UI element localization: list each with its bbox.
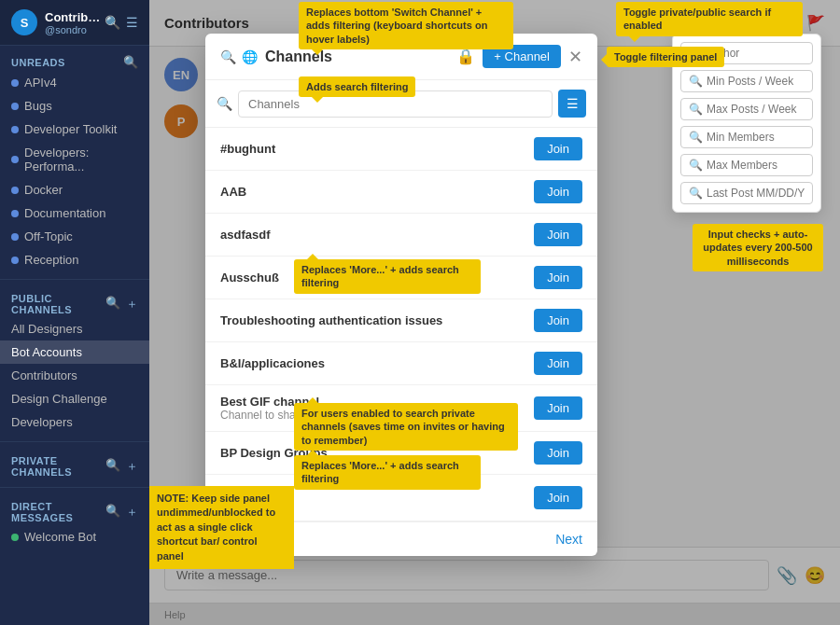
unreads-label: UNREADS: [11, 57, 65, 68]
dot-apiv4: [11, 79, 19, 87]
join-button-bughunt[interactable]: Join: [534, 137, 582, 160]
sidebar-item-documentation[interactable]: Documentation: [0, 201, 149, 225]
dot-dev-toolkit: [11, 126, 19, 133]
channel-name-asdfasdf: asdfasdf: [220, 228, 534, 242]
private-channels-add-icon[interactable]: ＋: [126, 458, 138, 475]
sidebar-item-design-challenge[interactable]: Design Challenge: [0, 387, 149, 410]
divider-2: [0, 441, 149, 442]
next-button[interactable]: Next: [555, 532, 582, 547]
annotation-private-note: For users enabled to search private chan…: [294, 403, 518, 451]
filter-max-posts-wrap: 🔍: [680, 98, 813, 120]
sidebar-item-bot-accounts[interactable]: Bot Accounts: [0, 340, 149, 364]
public-channels-add-icon[interactable]: ＋: [126, 296, 138, 312]
filter-min-posts-icon: 🔍: [689, 75, 703, 88]
private-channels-search-icon[interactable]: 🔍: [105, 458, 120, 475]
join-button-bughunter[interactable]: Join: [534, 486, 582, 509]
dot-reception: [11, 257, 19, 264]
dm-search-icon[interactable]: 🔍: [105, 504, 120, 521]
filter-last-post-icon: 🔍: [689, 187, 703, 200]
divider-1: [0, 279, 149, 280]
search-icon[interactable]: 🔍: [105, 15, 120, 30]
filter-max-members-input[interactable]: [707, 159, 805, 172]
dm-add-icon[interactable]: ＋: [126, 504, 138, 521]
annotation-top-right: Toggle private/public search if enabled: [616, 2, 803, 36]
join-button-bai[interactable]: Join: [534, 352, 582, 375]
modal-filter-button[interactable]: ☰: [558, 90, 586, 118]
direct-messages-header: DIRECT MESSAGES 🔍 ＋: [0, 495, 149, 525]
sidebar-item-bugs[interactable]: Bugs: [0, 94, 149, 118]
modal-search-icon: 🔍: [220, 49, 236, 64]
public-channels-header: PUBLIC CHANNELS 🔍 ＋: [0, 287, 149, 317]
annotation-replaces-more2: Replaces 'More...' + adds search filteri…: [294, 455, 481, 490]
channel-name-bughunt: #bughunt: [220, 142, 534, 156]
dot-off-topic: [11, 233, 19, 241]
annotation-top-left: Replaces bottom 'Switch Channel' + adds …: [299, 2, 513, 49]
modal-close-icon[interactable]: ✕: [568, 47, 582, 67]
private-channels-header: PRIVATE CHANNELS 🔍 ＋: [0, 450, 149, 479]
sidebar-item-off-topic[interactable]: Off-Topic: [0, 225, 149, 248]
public-channels-search-icon[interactable]: 🔍: [105, 296, 120, 312]
note-box: NOTE: Keep side panel undimmed/unblocked…: [149, 486, 294, 569]
filter-min-posts-input[interactable]: [707, 75, 805, 88]
modal-lock-icon[interactable]: 🔒: [456, 48, 475, 65]
join-button-asdfasdf[interactable]: Join: [534, 223, 582, 246]
filter-max-members-wrap: 🔍: [680, 154, 813, 176]
sidebar-item-dev-toolkit[interactable]: Developer Toolkit: [0, 118, 149, 141]
join-button-aab[interactable]: Join: [534, 180, 582, 203]
sidebar-header: S Contributors @sondro 🔍 ☰: [0, 0, 149, 46]
filter-max-members-icon: 🔍: [689, 159, 703, 172]
direct-messages-section: DIRECT MESSAGES 🔍 ＋ Welcome Bot: [0, 492, 149, 552]
dot-docker: [11, 187, 19, 194]
sidebar: S Contributors @sondro 🔍 ☰ UNREADS 🔍 API…: [0, 0, 149, 625]
team-info: Contributors @sondro: [45, 10, 105, 35]
sidebar-item-contributors[interactable]: Contributors: [0, 364, 149, 387]
direct-messages-label: DIRECT MESSAGES: [11, 501, 105, 523]
join-button-ausschuss[interactable]: Join: [534, 266, 582, 289]
channel-name-troubleshooting: Troubleshooting authentication issues: [220, 313, 534, 327]
private-channels-section: PRIVATE CHANNELS 🔍 ＋: [0, 446, 149, 483]
dot-dev-performa: [11, 156, 19, 163]
menu-icon[interactable]: ☰: [126, 15, 138, 30]
filter-last-post-input[interactable]: [707, 187, 805, 200]
sidebar-item-dev-performa[interactable]: Developers: Performa...: [0, 141, 149, 178]
annotation-replaces-more: Replaces 'More...' + adds search filteri…: [294, 259, 481, 294]
filter-last-post-wrap: 🔍: [680, 182, 813, 204]
private-channels-label: PRIVATE CHANNELS: [11, 455, 105, 478]
channel-item-bai: B&I/applicaciones Join: [205, 342, 597, 385]
modal-title: Channels: [265, 49, 456, 65]
modal-search-bar-icon: 🔍: [217, 96, 232, 111]
team-user: @sondro: [45, 24, 105, 35]
sidebar-item-all-designers[interactable]: All Designers: [0, 317, 149, 340]
join-button-best-gif[interactable]: Join: [534, 396, 582, 420]
public-channels-section: PUBLIC CHANNELS 🔍 ＋ All Designers Bot Ac…: [0, 284, 149, 438]
divider-3: [0, 487, 149, 488]
annotation-input-checks: Input checks + auto-updates every 200-50…: [693, 224, 823, 271]
channel-item-asdfasdf: asdfasdf Join: [205, 214, 597, 257]
dot-documentation: [11, 210, 19, 217]
filter-max-posts-input[interactable]: [707, 103, 805, 116]
annotation-toggle-filter: Toggle filtering panel: [607, 47, 724, 67]
filter-min-members-input[interactable]: [707, 131, 805, 144]
sidebar-item-welcome-bot[interactable]: Welcome Bot: [0, 525, 149, 549]
annotation-adds-search: Adds search filtering: [299, 76, 415, 97]
channel-item-troubleshooting: Troubleshooting authentication issues Jo…: [205, 299, 597, 342]
main-content: Contributors 🔍 👥 📌 ⚙️ 🚩 EN Elias N. 2:41…: [149, 0, 840, 625]
sidebar-item-developers[interactable]: Developers: [0, 410, 149, 434]
join-button-troubleshooting[interactable]: Join: [534, 309, 582, 332]
sidebar-item-docker[interactable]: Docker: [0, 178, 149, 201]
join-button-bp-design[interactable]: Join: [534, 441, 582, 465]
channel-item-aab: AAB Join: [205, 171, 597, 214]
unreads-section: UNREADS 🔍 APIv4 Bugs Developer Toolkit D…: [0, 46, 149, 275]
channel-name-aab: AAB: [220, 185, 534, 199]
dot-bugs: [11, 103, 19, 110]
unreads-search-icon[interactable]: 🔍: [123, 55, 138, 69]
sidebar-item-reception[interactable]: Reception: [0, 248, 149, 271]
channel-item-bughunt: #bughunt Join: [205, 128, 597, 171]
sidebar-item-apiv4[interactable]: APIv4: [0, 71, 149, 94]
dot-welcome-bot: [11, 534, 19, 541]
team-icon: S: [11, 9, 37, 35]
team-name: Contributors: [45, 10, 105, 24]
unreads-header: UNREADS 🔍: [0, 49, 149, 71]
channel-name-bai: B&I/applicaciones: [220, 356, 534, 370]
filter-min-posts-wrap: 🔍: [680, 70, 813, 92]
